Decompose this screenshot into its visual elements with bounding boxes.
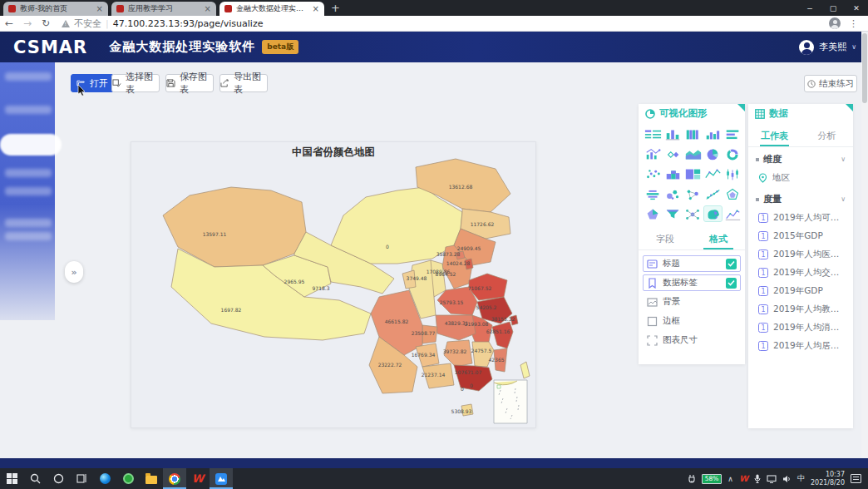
- measure-item[interactable]: 12015年GDP: [748, 227, 853, 245]
- taskbar-wps-button[interactable]: W: [186, 468, 210, 489]
- minimize-button[interactable]: −: [798, 0, 821, 16]
- bar-chart-icon[interactable]: [664, 126, 682, 141]
- tab-analysis[interactable]: 分析: [801, 125, 853, 146]
- map-data-label-liaoning: 24909.45: [457, 245, 481, 251]
- relation-graph-icon[interactable]: [684, 206, 702, 221]
- format-option-chart-size[interactable]: 图表尺寸: [643, 332, 741, 348]
- user-menu[interactable]: 李美熙 ∨: [799, 40, 856, 55]
- ime-indicator[interactable]: 中: [797, 473, 805, 484]
- measure-item[interactable]: 12019年人均医疗支出: [748, 245, 853, 264]
- tab-close-icon[interactable]: ×: [96, 4, 103, 13]
- taskbar-search-button[interactable]: [23, 468, 47, 489]
- column-chart-icon[interactable]: [704, 126, 722, 141]
- candlestick-icon[interactable]: [724, 166, 742, 181]
- radar-chart-icon[interactable]: [724, 186, 742, 201]
- scrollbar-thumb[interactable]: [862, 33, 867, 103]
- tab-fields[interactable]: 字段: [639, 228, 692, 249]
- save-chart-button[interactable]: 保存图表: [165, 74, 214, 92]
- dimension-item-region[interactable]: 地区: [748, 169, 853, 187]
- wps-tray-icon[interactable]: W: [739, 474, 748, 483]
- stacked-chart-icon[interactable]: [664, 166, 682, 181]
- microphone-icon[interactable]: [754, 474, 761, 483]
- new-tab-button[interactable]: +: [331, 2, 340, 16]
- browser-tab-3-active[interactable]: 金融大数据处理实验软件 ×: [219, 2, 324, 16]
- sidebar-expand-button[interactable]: »: [65, 261, 83, 283]
- stock-chart-icon[interactable]: [724, 206, 742, 221]
- windows-taskbar: W 58%∧W中10:372021/8/20: [0, 468, 868, 489]
- trend-scatter-icon[interactable]: [704, 186, 722, 201]
- taskbar-file-explorer-button[interactable]: [140, 468, 163, 489]
- horizontal-bar-icon[interactable]: [724, 126, 742, 141]
- notification-center-icon[interactable]: [851, 474, 861, 483]
- browser-scrollbar[interactable]: [861, 32, 868, 458]
- back-icon[interactable]: ←: [0, 17, 18, 29]
- polygon-chart-icon[interactable]: [644, 206, 662, 221]
- taskbar-browser-green-button[interactable]: [116, 468, 140, 489]
- taskbar-meeting-button[interactable]: [210, 468, 233, 489]
- checkbox-checked-icon[interactable]: [726, 259, 737, 269]
- province-jiangxi[interactable]: [472, 342, 494, 367]
- measure-item[interactable]: 12019年人均交通通信...: [748, 264, 853, 282]
- browser-menu-icon[interactable]: ⋮: [849, 18, 858, 29]
- export-chart-button[interactable]: 导出图表: [219, 74, 268, 92]
- treemap-icon[interactable]: [684, 166, 702, 181]
- end-practice-button[interactable]: 结束练习: [804, 75, 857, 92]
- forward-icon[interactable]: →: [18, 17, 37, 29]
- province-taiwan[interactable]: [520, 362, 530, 378]
- tab-close-icon[interactable]: ×: [205, 4, 211, 13]
- taskbar-start-button[interactable]: [0, 468, 23, 489]
- combo-chart-icon[interactable]: [644, 146, 662, 161]
- taskbar-task-view-button[interactable]: [70, 468, 93, 489]
- funnel-chart-icon[interactable]: [664, 206, 682, 221]
- network-graph-icon[interactable]: [684, 186, 702, 201]
- diamond-scatter-icon[interactable]: [664, 146, 682, 161]
- taskbar-edge-button[interactable]: [93, 468, 116, 489]
- reload-icon[interactable]: ↻: [37, 17, 55, 29]
- province-zhejiang[interactable]: [492, 322, 513, 348]
- tab-worksheet[interactable]: 工作表: [748, 125, 801, 146]
- word-cloud-icon[interactable]: [644, 186, 662, 201]
- measure-item[interactable]: 12019年人均可支配收入: [748, 209, 853, 227]
- browser-profile-icon[interactable]: [829, 17, 841, 29]
- area-chart-icon[interactable]: [684, 146, 702, 161]
- bubble-chart-icon[interactable]: [664, 186, 682, 201]
- measure-item[interactable]: 12019年GDP: [748, 282, 853, 300]
- histogram-icon[interactable]: [684, 126, 702, 141]
- clock[interactable]: 10:372021/8/20: [811, 471, 845, 487]
- china-map-icon[interactable]: [704, 206, 722, 221]
- battery-indicator[interactable]: 58%: [702, 474, 723, 484]
- tab-close-icon[interactable]: ×: [313, 4, 319, 13]
- dimensions-header[interactable]: 维度 ∨: [748, 147, 853, 169]
- browser-tab-1[interactable]: 教师-我的首页 ×: [3, 2, 108, 16]
- province-hubei[interactable]: [436, 315, 476, 340]
- scatter-plot-icon[interactable]: [644, 166, 662, 181]
- taskbar-cortana-button[interactable]: [47, 468, 70, 489]
- format-option-border[interactable]: 边框: [643, 313, 741, 329]
- tab-format[interactable]: 格式: [692, 228, 745, 249]
- browser-tab-2[interactable]: 应用教学学习 ×: [111, 2, 216, 16]
- network-display-icon[interactable]: [767, 475, 777, 483]
- format-option-title[interactable]: 标题: [643, 255, 741, 272]
- taskbar-chrome-button[interactable]: [163, 468, 186, 489]
- panel-fold-corner[interactable]: [846, 104, 853, 111]
- panel-fold-corner[interactable]: [737, 104, 745, 111]
- checkbox-checked-icon[interactable]: [726, 278, 737, 289]
- map-data-label-xinjiang: 13597.11: [203, 231, 227, 237]
- measure-item[interactable]: 12019年人均消费支出: [748, 319, 853, 337]
- measure-item[interactable]: 12019年人均居住支出: [748, 337, 853, 355]
- maximize-button[interactable]: ▢: [821, 0, 845, 16]
- format-option-data-label[interactable]: 数据标签: [643, 274, 741, 291]
- pie-chart-icon[interactable]: [704, 146, 722, 161]
- format-option-background[interactable]: 背景: [643, 294, 741, 310]
- close-button[interactable]: ✕: [845, 0, 868, 16]
- measures-header[interactable]: 度量 ∨: [748, 187, 853, 209]
- select-chart-button[interactable]: 选择图表: [111, 74, 160, 92]
- hidden-icons-chevron[interactable]: ∧: [727, 475, 733, 483]
- address-bar[interactable]: 不安全 | 47.100.223.13:93/page/visualize: [62, 17, 829, 30]
- table-chart-icon[interactable]: [644, 126, 662, 141]
- line-chart-icon[interactable]: [704, 166, 722, 181]
- donut-chart-icon[interactable]: [724, 146, 742, 161]
- speaker-icon[interactable]: [782, 475, 792, 483]
- bullet-icon: [756, 198, 759, 201]
- measure-item[interactable]: 12019年人均教育支出: [748, 300, 853, 319]
